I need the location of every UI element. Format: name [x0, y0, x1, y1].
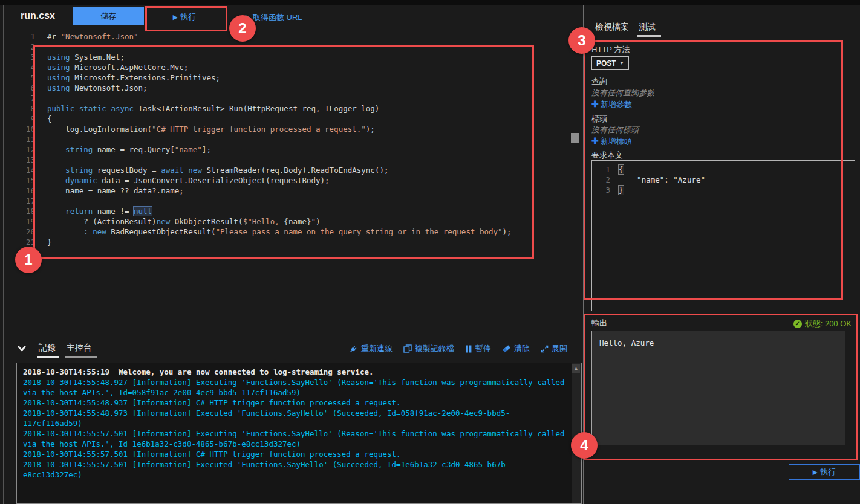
request-body-editor[interactable]: 1{2 "name": "Azure"3}	[591, 160, 855, 311]
status-text: 狀態: 200 OK	[805, 318, 852, 329]
code-line: 7	[4, 93, 571, 103]
headers-empty-text: 沒有任何標頭	[591, 124, 639, 135]
run-button-label: 執行	[180, 12, 196, 21]
code-line: 10 log.LogInformation("C# HTTP trigger f…	[4, 124, 571, 134]
status-badge: ✓ 狀態: 200 OK	[793, 318, 852, 329]
log-line: 2018-10-30T14:55:48.927 [Information] Ex…	[23, 377, 567, 398]
http-method-label: HTTP 方法	[591, 44, 630, 55]
code-line: 15 dynamic data = JsonConvert.Deserializ…	[4, 175, 571, 186]
headers-label: 標頭	[591, 114, 607, 124]
play-icon: ▶	[813, 468, 818, 476]
get-url-label: 取得函數 URL	[253, 13, 302, 22]
annotation-circle-3: 3	[568, 27, 595, 54]
pause-label: 暫停	[475, 343, 491, 354]
eraser-icon	[502, 344, 511, 353]
log-line: 2018-10-30T14:55:48.973 [Information] Ex…	[23, 408, 567, 428]
code-line: 12 string name = req.Query["name"];	[4, 144, 571, 155]
play-icon: ▶	[173, 13, 178, 21]
clear-button[interactable]: 清除	[502, 343, 530, 354]
pause-button[interactable]: 暫停	[465, 343, 491, 354]
window-top-strip	[0, 0, 860, 5]
request-body-label: 要求本文	[591, 150, 623, 161]
chevron-down-icon: ▼	[619, 60, 624, 66]
http-method-select[interactable]: POST ▼	[591, 56, 629, 70]
console-scrollbar-up-button[interactable]: ▲	[572, 364, 580, 373]
tab-console[interactable]: 主控台	[67, 343, 92, 354]
code-line: 16 name = name ?? data?.name;	[4, 186, 571, 196]
plus-icon: ✚	[591, 136, 599, 146]
code-line: 14 string requestBody = await new Stream…	[4, 165, 571, 175]
annotation-circle-4: 4	[571, 432, 598, 459]
expand-label: 展開	[552, 343, 567, 354]
azure-functions-editor: run.csx 儲存 ▶執行 </>取得函數 URL 1#r "Newtonso…	[0, 0, 860, 504]
code-line: 3}	[592, 185, 855, 195]
plus-icon: ✚	[591, 99, 599, 109]
output-box: Hello, Azure	[591, 331, 845, 445]
tab-test[interactable]: 測試	[639, 22, 656, 33]
copy-icon	[403, 344, 412, 353]
copy-logs-label: 複製記錄檔	[415, 343, 454, 354]
code-line: 5using Microsoft.Extensions.Primitives;	[4, 73, 571, 83]
tab-view-files[interactable]: 檢視檔案	[595, 22, 629, 33]
log-line: 2018-10-30T14:55:19 Welcome, you are now…	[23, 367, 567, 377]
collapse-logs-button[interactable]	[17, 343, 29, 354]
tab-console-underline	[65, 356, 97, 358]
check-icon: ✓	[793, 320, 802, 328]
log-line: 2018-10-30T14:55:48.937 [Information] C#…	[23, 398, 567, 408]
log-toolbar: 重新連線 複製記錄檔 暫停 清除 展開	[349, 343, 567, 354]
code-editor[interactable]: 1#r "Newtonsoft.Json"2 3using System.Net…	[4, 31, 571, 334]
editor-scrollbar-thumb[interactable]	[571, 133, 579, 143]
add-parameter-button[interactable]: ✚新增參數	[591, 99, 632, 110]
code-line: 13	[4, 155, 571, 165]
run-button[interactable]: ▶執行	[149, 8, 220, 25]
code-line: 1#r "Newtonsoft.Json"	[4, 31, 571, 42]
add-parameter-label: 新增參數	[601, 100, 632, 109]
annotation-circle-2: 2	[229, 15, 256, 42]
code-line: 2	[4, 42, 571, 52]
output-label: 輸出	[591, 318, 607, 329]
code-line: 6using Newtonsoft.Json;	[4, 83, 571, 93]
run-test-button[interactable]: ▶執行	[789, 464, 860, 480]
code-line: 8public static async Task<IActionResult>…	[4, 103, 571, 114]
code-line: 20 : new BadRequestObjectResult("Please …	[4, 227, 571, 237]
expand-icon	[541, 345, 549, 353]
reconnect-button[interactable]: 重新連線	[349, 343, 393, 354]
code-line: 17	[4, 196, 571, 206]
code-line: 2 "name": "Azure"	[592, 175, 855, 185]
tab-logs-underline	[37, 356, 59, 358]
code-line: 1{	[592, 164, 855, 175]
code-line: 21}	[4, 237, 571, 247]
query-label: 查詢	[591, 76, 607, 87]
log-line: 2018-10-30T14:55:57.501 [Information] Ex…	[23, 428, 567, 449]
log-line: 2018-10-30T14:55:57.501 [Information] C#…	[23, 449, 567, 459]
reconnect-label: 重新連線	[361, 343, 393, 354]
log-line: 2018-10-30T14:55:57.501 [Information] Ex…	[23, 459, 567, 480]
plug-icon	[349, 344, 358, 354]
query-empty-text: 沒有任何查詢參數	[591, 88, 654, 99]
code-line: 18 return name != null	[4, 206, 571, 216]
http-method-value: POST	[596, 59, 616, 68]
copy-logs-button[interactable]: 複製記錄檔	[403, 343, 454, 354]
clear-label: 清除	[514, 343, 530, 354]
log-console[interactable]: 2018-10-30T14:55:19 Welcome, you are now…	[16, 363, 582, 504]
pause-icon	[465, 345, 472, 353]
tab-logs[interactable]: 記錄	[39, 343, 56, 354]
panel-divider	[583, 5, 584, 504]
save-button[interactable]: 儲存	[73, 7, 144, 25]
chevron-down-icon	[17, 345, 29, 352]
add-header-label: 新增標頭	[601, 137, 632, 146]
code-line: 4using Microsoft.AspNetCore.Mvc;	[4, 62, 571, 73]
add-header-button[interactable]: ✚新增標頭	[591, 136, 632, 147]
tab-test-underline	[637, 35, 661, 37]
annotation-circle-1: 1	[15, 247, 42, 273]
output-text: Hello, Azure	[599, 338, 654, 347]
run-test-label: 執行	[820, 467, 836, 476]
code-line: 19 ? (ActionResult)new OkObjectResult($"…	[4, 216, 571, 227]
file-title: run.csx	[21, 10, 55, 21]
code-line: 11	[4, 134, 571, 144]
code-line: 9{	[4, 114, 571, 124]
code-line: 3using System.Net;	[4, 52, 571, 62]
expand-button[interactable]: 展開	[541, 343, 567, 354]
